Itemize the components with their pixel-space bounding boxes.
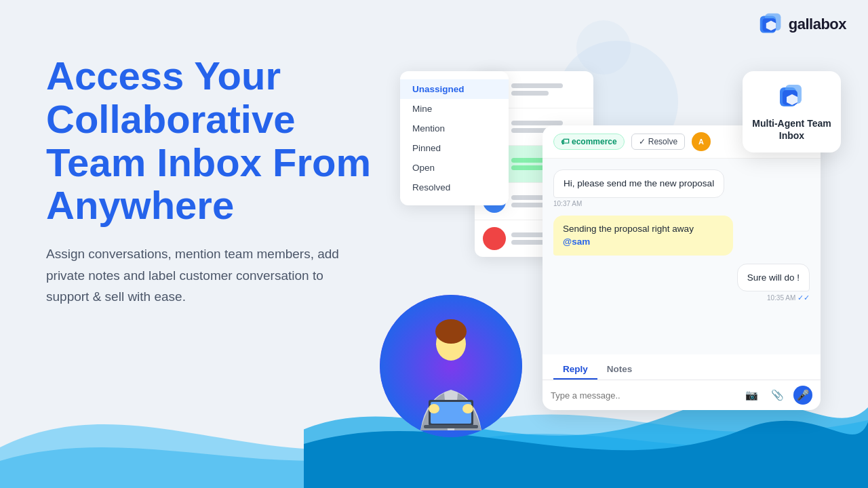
ecommerce-tag[interactable]: 🏷 ecommerce: [553, 134, 625, 150]
message-bubble-mention: Sending the proposal right away @sam: [553, 216, 733, 256]
checkmark-icon: ✓: [639, 137, 646, 146]
message-input[interactable]: [551, 390, 736, 401]
message-bubble-sent: Sure will do !: [737, 264, 810, 292]
mockup-area: Unassigned Mine Mention Pinned Open Reso…: [380, 58, 841, 424]
read-ticks: ✓✓: [797, 293, 810, 302]
sidebar-item-mention[interactable]: Mention: [400, 119, 509, 138]
headline-line3: Team Inbox From: [46, 140, 371, 184]
left-content: Access Your Collaborative Team Inbox Fro…: [46, 54, 399, 307]
agent-avatar: A: [692, 132, 711, 151]
tag-label: ecommerce: [572, 137, 617, 146]
sidebar-panel: Unassigned Mine Mention Pinned Open Reso…: [400, 71, 509, 205]
person-circle: [380, 295, 522, 437]
contact-line: [511, 121, 563, 125]
mention-tag: @sam: [563, 237, 590, 247]
reply-notes-bar: Reply Notes: [542, 354, 821, 380]
sidebar-item-open[interactable]: Open: [400, 158, 509, 178]
message-group-sent: Sure will do ! 10:35 AM ✓✓: [553, 264, 810, 303]
mic-icon[interactable]: 🎤: [793, 386, 812, 405]
resolve-button[interactable]: ✓ Resolve: [631, 134, 685, 150]
reply-tab[interactable]: Reply: [553, 360, 597, 380]
message-group-mention: Sending the proposal right away @sam: [553, 216, 810, 256]
sidebar-item-mine[interactable]: Mine: [400, 99, 509, 119]
message-bubble-received: Hi, please send me the new proposal: [553, 169, 724, 198]
chat-messages: Hi, please send me the new proposal 10:3…: [542, 159, 821, 354]
headline-line1: Access Your: [46, 54, 281, 98]
person-svg: [380, 295, 522, 437]
sidebar-item-unassigned[interactable]: Unassigned: [400, 79, 509, 99]
multi-agent-title: Multi-Agent Team Inbox: [752, 117, 831, 142]
sidebar-item-resolved[interactable]: Resolved: [400, 178, 509, 197]
avatar: [483, 227, 506, 250]
logo-text: gallabox: [789, 16, 846, 33]
headline-line2: Collaborative: [46, 97, 295, 141]
person-image: [380, 295, 522, 437]
tag-icon: 🏷: [561, 137, 569, 146]
resolve-label: Resolve: [648, 137, 677, 146]
notes-tab[interactable]: Notes: [597, 360, 642, 380]
headline: Access Your Collaborative Team Inbox Fro…: [46, 54, 399, 227]
svg-rect-11: [424, 425, 478, 428]
sidebar-item-pinned[interactable]: Pinned: [400, 138, 509, 158]
contact-line: [511, 91, 549, 96]
message-time: 10:35 AM ✓✓: [767, 293, 810, 302]
message-text-before: Sending the proposal right away: [563, 224, 694, 234]
message-input-area: 📷 📎 🎤: [542, 380, 821, 410]
input-icons: 📷 📎 🎤: [742, 386, 812, 405]
chat-panel: 🏷 ecommerce ✓ Resolve A Hi, please send …: [542, 125, 821, 410]
message-group-received: Hi, please send me the new proposal 10:3…: [553, 169, 810, 207]
svg-point-13: [462, 404, 473, 413]
subtext: Assign conversations, mention team membe…: [46, 243, 358, 307]
multi-agent-icon: [777, 82, 807, 112]
headline-line4: Anywhere: [46, 183, 234, 227]
header: gallabox: [737, 0, 868, 49]
multi-agent-card: Multi-Agent Team Inbox: [743, 71, 841, 152]
message-text: Hi, please send me the new proposal: [564, 178, 714, 188]
camera-icon[interactable]: 📷: [742, 386, 761, 405]
logo-icon: [759, 12, 783, 37]
svg-point-8: [435, 319, 467, 344]
contact-lines: [511, 83, 585, 96]
message-time: 10:37 AM: [553, 200, 582, 207]
svg-point-12: [429, 404, 439, 413]
message-text: Sure will do !: [747, 272, 800, 283]
contact-line: [511, 83, 563, 88]
attach-icon[interactable]: 📎: [768, 386, 787, 405]
